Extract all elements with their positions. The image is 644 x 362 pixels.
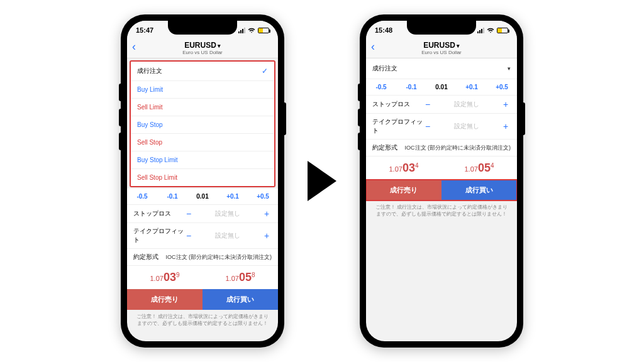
chevron-down-icon: ▾ — [508, 65, 511, 72]
signal-icon — [477, 28, 484, 33]
battery-icon — [497, 28, 508, 33]
phone-left: 15:47 ‹ EURUSD▾ Euro vs US Dollar 成行注文✓B… — [121, 14, 284, 348]
qty-plus-01[interactable]: +0.1 — [457, 79, 487, 95]
ask-price: 1.07054 — [441, 156, 517, 180]
fill-policy-value: IOC注文 (部分約定時に未決済分取消注文) — [405, 144, 511, 152]
sl-label: ストップロス — [133, 209, 184, 218]
order-type-option-label: Buy Stop Limit — [137, 156, 177, 163]
order-type-option[interactable]: Sell Stop Limit — [131, 169, 274, 186]
order-type-option-label: Sell Stop — [137, 139, 162, 146]
clock: 15:48 — [375, 26, 392, 34]
signal-icon — [238, 28, 245, 33]
qty-plus-01[interactable]: +0.1 — [218, 189, 248, 204]
order-type-option[interactable]: Sell Stop — [131, 134, 274, 151]
sl-label: ストップロス — [372, 100, 423, 109]
order-type-option-label: Buy Limit — [137, 86, 163, 93]
symbol-subtitle: Euro vs US Dollar — [372, 50, 511, 55]
warning-note: ご注意！ 成行注文は、市場状況によって約定価格がきまりますので、必ずしも提示価格… — [366, 200, 517, 221]
order-type-option[interactable]: 成行注文✓ — [131, 62, 274, 81]
plus-icon[interactable]: + — [501, 121, 511, 131]
buy-button[interactable]: 成行買い — [441, 180, 517, 200]
plus-icon[interactable]: + — [501, 99, 511, 109]
chevron-down-icon: ▾ — [218, 43, 221, 49]
qty-current[interactable]: 0.01 — [426, 79, 457, 95]
symbol-title[interactable]: EURUSD▾ — [133, 41, 272, 50]
minus-icon[interactable]: − — [184, 209, 194, 219]
notch — [407, 21, 476, 35]
qty-minus-01[interactable]: -0.1 — [396, 79, 426, 95]
order-type-option[interactable]: Sell Limit — [131, 99, 274, 116]
qty-plus-05[interactable]: +0.5 — [487, 79, 517, 95]
symbol-text: EURUSD — [423, 41, 455, 50]
wifi-icon — [487, 28, 494, 33]
screen: 15:47 ‹ EURUSD▾ Euro vs US Dollar 成行注文✓B… — [127, 21, 278, 341]
minus-icon[interactable]: − — [423, 99, 433, 109]
battery-icon — [258, 28, 269, 33]
stop-loss-row[interactable]: ストップロス − 設定無し + — [127, 205, 278, 223]
minus-icon[interactable]: − — [184, 231, 194, 241]
order-type-option[interactable]: Buy Stop Limit — [131, 151, 274, 169]
symbol-subtitle: Euro vs US Dollar — [133, 50, 272, 55]
fill-policy-label: 約定形式 — [372, 143, 397, 152]
price-row: 1.07039 1.07058 — [127, 266, 278, 289]
fill-policy-label: 約定形式 — [133, 253, 158, 261]
order-type-option-label: Sell Stop Limit — [137, 174, 177, 181]
fill-policy-row[interactable]: 約定形式 IOC注文 (部分約定時に未決済分取消注文) — [127, 249, 278, 266]
nav-header: ‹ EURUSD▾ Euro vs US Dollar — [366, 40, 517, 58]
order-type-option[interactable]: Buy Limit — [131, 81, 274, 99]
back-button[interactable]: ‹ — [371, 41, 375, 52]
clock: 15:47 — [136, 26, 153, 34]
take-profit-row[interactable]: テイクプロフィット − 設定無し + — [127, 223, 278, 249]
screen: 15:48 ‹ EURUSD▾ Euro vs US Dollar 成行注文 ▾ — [366, 21, 517, 341]
qty-plus-05[interactable]: +0.5 — [248, 189, 278, 204]
plus-icon[interactable]: + — [262, 209, 272, 219]
price-row: 1.07034 1.07054 — [366, 156, 517, 180]
order-type-option-label: Sell Limit — [137, 104, 163, 111]
warning-note: ご注意！ 成行注文は、市場状況によって約定価格がきまりますので、必ずしも提示価格… — [127, 310, 278, 331]
tp-value[interactable]: 設定無し — [194, 231, 262, 240]
tp-label: テイクプロフィット — [133, 227, 184, 244]
buy-button[interactable]: 成行買い — [203, 289, 278, 310]
order-type-option-label: 成行注文 — [137, 67, 162, 75]
chevron-down-icon: ▾ — [457, 43, 460, 49]
tp-value[interactable]: 設定無し — [433, 122, 501, 131]
sl-value[interactable]: 設定無し — [194, 209, 262, 218]
stop-loss-row[interactable]: ストップロス − 設定無し + — [366, 96, 517, 114]
symbol-title[interactable]: EURUSD▾ — [372, 41, 511, 50]
tp-label: テイクプロフィット — [372, 118, 423, 135]
plus-icon[interactable]: + — [262, 231, 272, 241]
order-type-option[interactable]: Buy Stop — [131, 116, 274, 134]
qty-minus-01[interactable]: -0.1 — [157, 189, 187, 204]
quantity-stepper[interactable]: -0.5 -0.1 0.01 +0.1 +0.5 — [127, 189, 278, 205]
status-icons — [238, 28, 269, 33]
order-type-value: 成行注文 — [372, 64, 397, 73]
check-icon: ✓ — [262, 67, 268, 75]
order-type-option-label: Buy Stop — [137, 121, 163, 128]
bid-price: 1.07034 — [366, 156, 441, 180]
symbol-text: EURUSD — [184, 41, 216, 50]
notch — [168, 21, 237, 35]
bid-price: 1.07039 — [127, 266, 203, 289]
order-type-selector[interactable]: 成行注文 ▾ — [366, 58, 517, 79]
ask-price: 1.07058 — [203, 266, 278, 289]
minus-icon[interactable]: − — [423, 121, 433, 131]
order-type-menu: 成行注文✓Buy LimitSell LimitBuy StopSell Sto… — [130, 60, 275, 187]
back-button[interactable]: ‹ — [132, 41, 136, 52]
status-icons — [477, 28, 508, 33]
qty-minus-05[interactable]: -0.5 — [127, 189, 157, 204]
qty-minus-05[interactable]: -0.5 — [366, 79, 396, 95]
trade-buttons: 成行売り 成行買い — [366, 180, 517, 200]
sell-button[interactable]: 成行売り — [127, 289, 203, 310]
fill-policy-row[interactable]: 約定形式 IOC注文 (部分約定時に未決済分取消注文) — [366, 140, 517, 156]
fill-policy-value: IOC注文 (部分約定時に未決済分取消注文) — [166, 253, 272, 261]
quantity-stepper[interactable]: -0.5 -0.1 0.01 +0.1 +0.5 — [366, 79, 517, 96]
take-profit-row[interactable]: テイクプロフィット − 設定無し + — [366, 114, 517, 140]
nav-header: ‹ EURUSD▾ Euro vs US Dollar — [127, 40, 278, 58]
sell-button[interactable]: 成行売り — [366, 180, 441, 200]
sl-value[interactable]: 設定無し — [433, 100, 501, 109]
arrow-icon — [308, 161, 336, 201]
wifi-icon — [248, 28, 255, 33]
qty-current[interactable]: 0.01 — [187, 189, 218, 204]
phone-right: 15:48 ‹ EURUSD▾ Euro vs US Dollar 成行注文 ▾ — [360, 14, 523, 348]
trade-buttons: 成行売り 成行買い — [127, 289, 278, 310]
